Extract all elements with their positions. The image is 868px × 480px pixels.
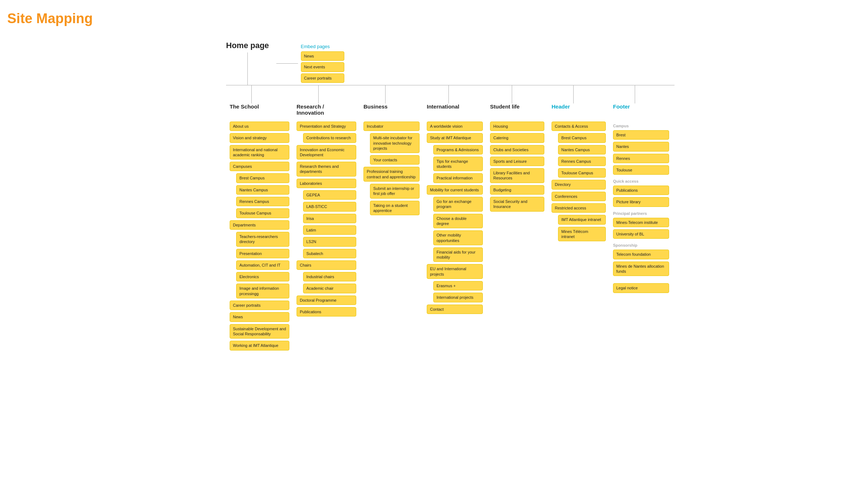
node-teachers-dir[interactable]: Teachers-researchers directory [236, 232, 289, 247]
node-telecom-foundation[interactable]: Telecom foundation [613, 250, 669, 259]
node-working-imt[interactable]: Working at IMT Atlantique [230, 341, 289, 350]
node-automation[interactable]: Automation, CIT and IT [236, 260, 289, 270]
node-toulouse-h[interactable]: Toulouse Campus [558, 168, 606, 178]
node-image-info[interactable]: Image and information prcessingg [236, 284, 289, 298]
page-title: Site Mapping [7, 11, 861, 26]
node-nantes-f[interactable]: Nantes [613, 142, 669, 151]
node-other-mobility[interactable]: Other mobility opportunities [433, 230, 483, 245]
node-eu-intl-projects[interactable]: EU and International projects [427, 264, 483, 279]
col-the-school: The School About us Vision and strategy … [226, 85, 293, 351]
node-legal-notice[interactable]: Legal notice [613, 283, 669, 293]
node-contacts-access[interactable]: Contacts & Access [552, 122, 606, 131]
footer-quick-label: Quick access [613, 179, 669, 183]
node-nantes[interactable]: Nantes Campus [236, 185, 289, 195]
node-academic-chair[interactable]: Academic chair [303, 284, 356, 293]
node-news-school[interactable]: News [230, 312, 289, 322]
node-erasmus[interactable]: Erasmus + [433, 281, 483, 290]
node-campuses[interactable]: Campuses [230, 162, 289, 171]
node-laboratories[interactable]: Laboratories [297, 179, 356, 188]
node-presentation-dept[interactable]: Presentation [236, 249, 289, 258]
node-latim[interactable]: Latim [303, 225, 356, 235]
node-budgeting[interactable]: Budgeting [490, 185, 544, 195]
node-publications-research[interactable]: Publications [297, 307, 356, 317]
header-nodes: Contacts & Access Brest Campus Nantes Ca… [552, 122, 606, 242]
node-innovation-eco[interactable]: Innovation and Economic Development [297, 145, 356, 160]
node-irisa[interactable]: Irisa [303, 214, 356, 223]
student-v-line [512, 85, 512, 103]
node-picture-library[interactable]: Picture library [613, 197, 669, 207]
node-rennes-h[interactable]: Rennes Campus [558, 157, 606, 166]
node-social-security[interactable]: Social Security and Insurance [490, 197, 544, 212]
student-title: Student life [490, 103, 520, 118]
node-research-themes[interactable]: Research themes and departments [297, 162, 356, 177]
node-imt-intranet[interactable]: IMT Atlantique intranet [558, 215, 606, 224]
node-study-imt[interactable]: Study at IMT Atlantique [427, 133, 483, 143]
node-intl-projects[interactable]: International projects [433, 293, 483, 302]
node-sports[interactable]: Sports and Leisure [490, 157, 544, 166]
col-business: Business Incubator Multi-site incubator … [360, 85, 423, 216]
node-univ-bl[interactable]: University of BL [613, 229, 669, 239]
node-toulouse-f[interactable]: Toulouse [613, 165, 669, 175]
columns-row: The School About us Vision and strategy … [226, 85, 678, 351]
embed-career-portraits[interactable]: Career portraits [301, 73, 344, 83]
node-programs-admissions[interactable]: Programs & Admissions [433, 145, 483, 154]
international-nodes: A worldwide vision Study at IMT Atlantiq… [427, 122, 483, 315]
node-exchange-program[interactable]: Go for an exchange program [433, 197, 483, 212]
node-mines-intranet[interactable]: Mines Télécom intranet [558, 227, 606, 242]
node-ranking[interactable]: International and national academic rank… [230, 145, 289, 160]
student-nodes: Housing Catering Clubs and Societies Spo… [490, 122, 544, 212]
node-double-degree[interactable]: Choose a double degree [433, 214, 483, 229]
node-rennes-f[interactable]: Rennes [613, 154, 669, 163]
node-vision[interactable]: Vision and strategy [230, 133, 289, 143]
node-housing[interactable]: Housing [490, 122, 544, 131]
footer-title: Footer [613, 103, 630, 118]
node-mobility-current[interactable]: Mobility for current students [427, 185, 483, 195]
node-toulouse[interactable]: Toulouse Campus [236, 208, 289, 218]
node-sustainability[interactable]: Sustainable Development and Social Respo… [230, 324, 289, 339]
node-financial-aids[interactable]: Financial aids for your mobility [433, 247, 483, 262]
node-conferences[interactable]: Conferences [552, 192, 606, 201]
node-about-us[interactable]: About us [230, 122, 289, 131]
node-contributions[interactable]: Contributions to research [303, 133, 356, 143]
node-nantes-h[interactable]: Nantes Campus [558, 145, 606, 154]
node-doctoral[interactable]: Doctoral Programme [297, 296, 356, 305]
node-library[interactable]: Library Facilities and Resources [490, 168, 544, 183]
node-professional-training[interactable]: Professional training contract and appre… [363, 167, 420, 182]
node-gepea[interactable]: GEPEA [303, 190, 356, 200]
footer-partners-label: Principal partners [613, 211, 669, 216]
node-rennes[interactable]: Rennes Campus [236, 197, 289, 206]
node-brest-h[interactable]: Brest Campus [558, 133, 606, 143]
node-mines-telecom[interactable]: Mines-Telecom institute [613, 218, 669, 227]
node-multi-site[interactable]: Multi-site incubator for innovative tech… [370, 133, 420, 153]
node-directory[interactable]: Directory [552, 180, 606, 189]
node-practical-info[interactable]: Practical information [433, 173, 483, 183]
node-subatech[interactable]: Subatech [303, 249, 356, 258]
node-chairs[interactable]: Chairs [297, 260, 356, 270]
col-header: Header Contacts & Access Brest Campus Na… [548, 85, 609, 242]
header-title: Header [552, 103, 570, 118]
node-restricted[interactable]: Restricted access [552, 203, 606, 213]
node-electronics[interactable]: Electronics [236, 272, 289, 281]
node-worldwide-vision[interactable]: A worldwide vision [427, 122, 483, 131]
node-submit-internship[interactable]: Submit an internship or first job offer [370, 184, 420, 199]
node-presentation-strategy[interactable]: Presentation and Strategy [297, 122, 356, 131]
node-brest[interactable]: Brest Campus [236, 173, 289, 183]
node-publications-f[interactable]: Publications [613, 186, 669, 195]
node-brest-f[interactable]: Brest [613, 130, 669, 140]
node-incubator[interactable]: Incubator [363, 122, 420, 131]
node-clubs[interactable]: Clubs and Societies [490, 145, 544, 154]
node-contact-intl[interactable]: Contact [427, 305, 483, 314]
node-taking-apprentice[interactable]: Taking on a student apprentice [370, 201, 420, 216]
embed-next-events[interactable]: Next events [301, 62, 344, 72]
node-catering[interactable]: Catering [490, 133, 544, 143]
embed-news[interactable]: News [301, 51, 344, 61]
node-industrial-chairs[interactable]: Industrial chairs [303, 272, 356, 281]
node-mines-nantes[interactable]: Mines de Nantes allocation funds [613, 262, 669, 276]
business-v-line [385, 85, 386, 103]
node-career-portraits[interactable]: Career portraits [230, 301, 289, 310]
node-departments[interactable]: Departments [230, 220, 289, 230]
node-ls2n[interactable]: LS2N [303, 237, 356, 246]
node-lab-sticc[interactable]: LAB-STICC [303, 202, 356, 211]
node-your-contacts[interactable]: Your contacts [370, 155, 420, 165]
node-tips-exchange[interactable]: Tips for exchange students [433, 157, 483, 171]
